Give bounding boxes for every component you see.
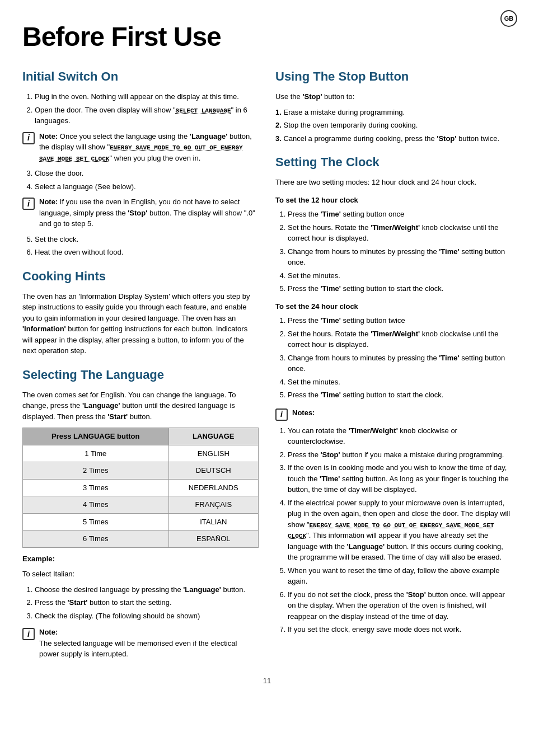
initial-steps-1: Plug in the oven. Nothing will appear on…	[35, 91, 259, 126]
left-column: Initial Switch On Plug in the oven. Noth…	[22, 58, 259, 664]
stop-item-1: 1. Erase a mistake during programming.	[275, 107, 512, 118]
step-1: Plug in the oven. Nothing will appear on…	[35, 91, 259, 102]
cooking-hints-heading: Cooking Hints	[22, 267, 259, 285]
notes-label: Notes:	[292, 407, 512, 419]
twentyfour-step-1: Press the 'Time' setting button twice	[288, 315, 512, 326]
note-6: If you do not set the clock, press the '…	[288, 589, 512, 622]
gb-badge: GB	[500, 10, 517, 27]
table-row-language: ENGLISH	[168, 445, 258, 462]
step-6: Heat the oven without food.	[35, 247, 259, 258]
note-label-1: Note:	[39, 132, 58, 140]
notes-list: You can rotate the 'Timer/Weight' knob c…	[288, 425, 512, 635]
setting-clock-heading: Setting The Clock	[275, 153, 512, 171]
language-table: Press LANGUAGE button LANGUAGE 1 TimeENG…	[22, 428, 259, 548]
note-4: If the electrical power supply to your m…	[288, 497, 512, 563]
step-3: Close the door.	[35, 168, 259, 179]
twelve-step-4: Set the minutes.	[288, 270, 512, 281]
note-1: You can rotate the 'Timer/Weight' knob c…	[288, 425, 512, 447]
step-4: Select a language (See below).	[35, 181, 259, 192]
table-row-times: 1 Time	[23, 445, 169, 462]
twentyfour-hour-steps: Press the 'Time' setting button twice Se…	[288, 315, 512, 401]
setting-clock-intro: There are two setting modes: 12 hour clo…	[275, 177, 512, 188]
twelve-step-2: Set the hours. Rotate the 'Timer/Weight'…	[288, 222, 512, 244]
table-row-language: ITALIAN	[168, 513, 258, 530]
twelve-hour-label: To set the 12 hour clock	[275, 195, 512, 206]
note-content-1: Note: Once you select the language using…	[39, 131, 259, 164]
twelve-step-3: Change from hours to minutes by pressing…	[288, 246, 512, 268]
step-2: Open the door. The oven display will sho…	[35, 105, 259, 126]
table-row-times: 4 Times	[23, 496, 169, 514]
note-5: When you want to reset the time of day, …	[288, 565, 512, 587]
info-icon-2: i	[22, 198, 35, 210]
example-label: Example:	[22, 553, 259, 565]
table-row-language: FRANÇAIS	[168, 496, 258, 514]
note-7: If you set the clock, energy save mode d…	[288, 624, 512, 635]
table-row-times: 2 Times	[23, 462, 169, 480]
note-content-3: Note: The selected language will be memo…	[39, 627, 259, 660]
note-3: If the oven is in cooking mode and you w…	[288, 462, 512, 495]
table-row-language: DEUTSCH	[168, 462, 258, 480]
example-step-3: Check the display. (The following should…	[35, 611, 259, 622]
table-row-times: 5 Times	[23, 513, 169, 530]
twelve-step-5: Press the 'Time' setting button to start…	[288, 283, 512, 294]
table-row-language: ESPAÑOL	[168, 530, 258, 548]
table-row-times: 6 Times	[23, 530, 169, 548]
stop-button-heading: Using The Stop Button	[275, 67, 512, 86]
twentyfour-step-3: Change from hours to minutes by pressing…	[288, 353, 512, 374]
stop-button-intro: Use the 'Stop' button to:	[275, 91, 512, 102]
example-steps: Choose the desired language by pressing …	[35, 584, 259, 622]
stop-item-3: 3. Cancel a programme during cooking, pr…	[275, 133, 512, 144]
initial-steps-2: Close the door. Select a language (See b…	[35, 168, 259, 192]
note-box-1: i Note: Once you select the language usi…	[22, 131, 259, 164]
note-2: Press the 'Stop' button if you make a mi…	[288, 449, 512, 461]
note-box-2: i Note: If you use the oven in English, …	[22, 196, 259, 229]
table-col2-header: LANGUAGE	[168, 428, 258, 445]
page-title: Before First Use	[22, 17, 512, 57]
table-row-language: NEDERLANDS	[168, 479, 258, 496]
stop-item-2: 2. Stop the oven temporarily during cook…	[275, 120, 512, 131]
table-row-times: 3 Times	[23, 479, 169, 496]
info-icon-notes: i	[275, 408, 288, 421]
table-col1-header: Press LANGUAGE button	[23, 428, 169, 445]
cooking-hints-text: The oven has an 'Information Display Sys…	[22, 291, 259, 356]
example-text: To select Italian:	[22, 569, 259, 580]
initial-switch-on-heading: Initial Switch On	[22, 67, 259, 86]
page-number: 11	[22, 675, 512, 687]
stop-button-list: 1. Erase a mistake during programming. 2…	[275, 107, 512, 144]
example-step-2: Press the 'Start' button to start the se…	[35, 597, 259, 608]
right-column: Using The Stop Button Use the 'Stop' but…	[275, 58, 512, 664]
twelve-step-1: Press the 'Time' setting button once	[288, 209, 512, 220]
twentyfour-step-4: Set the minutes.	[288, 377, 512, 388]
info-icon-3: i	[22, 628, 35, 640]
info-icon-1: i	[22, 132, 35, 144]
twentyfour-step-5: Press the 'Time' setting button to start…	[288, 389, 512, 401]
notes-box: i Notes:	[275, 407, 512, 421]
twelve-hour-steps: Press the 'Time' setting button once Set…	[288, 209, 512, 294]
twentyfour-step-2: Set the hours. Rotate the 'Timer/Weight'…	[288, 328, 512, 350]
twentyfour-hour-label: To set the 24 hour clock	[275, 301, 512, 312]
note-content-2: Note: If you use the oven in English, yo…	[39, 196, 259, 229]
example-step-1: Choose the desired language by pressing …	[35, 584, 259, 595]
note-box-3: i Note: The selected language will be me…	[22, 627, 259, 660]
step-5: Set the clock.	[35, 234, 259, 245]
selecting-language-text: The oven comes set for English. You can …	[22, 389, 259, 422]
selecting-language-heading: Selecting The Language	[22, 365, 259, 384]
initial-steps-3: Set the clock. Heat the oven without foo…	[35, 234, 259, 258]
